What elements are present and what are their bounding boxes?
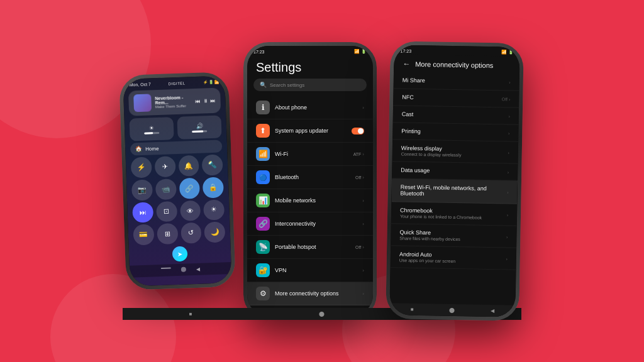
phone2-time: 17:23 xyxy=(253,50,265,54)
phone2-nav-home[interactable]: ⬤ xyxy=(319,311,325,316)
reset-label: Reset Wi-Fi, mobile networks, and Blueto… xyxy=(401,184,508,198)
about-label: About phone xyxy=(275,104,362,111)
settings-item-more-conn[interactable]: ⚙ More connectivity options › xyxy=(247,282,373,305)
video-toggle[interactable]: 📹 xyxy=(155,178,177,200)
search-placeholder: Search settings xyxy=(270,82,304,88)
conn-item-nfc[interactable]: NFC Off › xyxy=(393,89,519,107)
location-fab[interactable]: ➤ xyxy=(172,246,188,262)
rotate-toggle[interactable]: ↺ xyxy=(180,222,202,244)
settings-item-wifi[interactable]: 📶 Wi-Fi ATF › xyxy=(247,143,373,166)
hotspot-icon: 📡 xyxy=(256,240,270,254)
nav-back[interactable]: ◀ xyxy=(196,266,200,272)
cast-text: Cast xyxy=(402,111,509,119)
nav-dot[interactable] xyxy=(181,267,186,272)
vpn-right: › xyxy=(362,268,364,273)
connectivity-list: Mi Share › NFC Off › Cast xyxy=(391,72,519,270)
updater-toggle[interactable] xyxy=(352,128,364,134)
hotspot-label: Portable hotspot xyxy=(275,244,355,250)
settings-item-bt[interactable]: 🔵 Bluetooth Off › xyxy=(247,166,373,189)
reset-text: Reset Wi-Fi, mobile networks, and Blueto… xyxy=(401,184,508,198)
nfc-text: NFC xyxy=(402,94,502,102)
wifi-right: ATF › xyxy=(353,151,364,157)
back-button[interactable]: ← xyxy=(402,60,410,69)
vpn-label: VPN xyxy=(275,267,362,273)
lock-toggle[interactable]: 🔒 xyxy=(203,177,224,198)
settings-item-inter[interactable]: 🔗 Interconnectivity › xyxy=(247,212,373,236)
next-button[interactable]: ⏭ xyxy=(210,97,215,103)
layout-toggle[interactable]: ⊞ xyxy=(157,223,178,244)
nav-home[interactable] xyxy=(161,267,171,269)
settings-item-vpn[interactable]: 🔐 VPN › xyxy=(247,259,373,282)
phone2-status-bar: 17:23 📶 🔋 xyxy=(247,46,373,55)
phone2-signal-icon: 📶 xyxy=(354,49,360,54)
updater-right[interactable] xyxy=(352,128,364,134)
volume-slider[interactable]: 🔊 xyxy=(177,116,221,140)
settings-item-mobile[interactable]: 📊 Mobile networks › xyxy=(247,189,373,212)
volume-bar xyxy=(192,130,207,133)
inter-label: Interconnectivity xyxy=(275,221,362,227)
phone1-date: Mon, Oct 7 xyxy=(129,82,150,87)
camera-toggle[interactable]: 📷 xyxy=(131,179,153,200)
conn-item-data[interactable]: Data usage › xyxy=(392,162,518,180)
flashlight-toggle[interactable]: 🔦 xyxy=(202,154,223,175)
cast-right: › xyxy=(508,114,509,118)
conn-item-auto[interactable]: Android Auto Use apps on your car screen… xyxy=(391,246,517,270)
home-button-row[interactable]: 🏠 Home xyxy=(130,140,223,155)
phones-container: Mon, Oct 7 DIGITEL ⚡ 🔋 📶 Neverbloom - Re… xyxy=(123,42,521,320)
home-icon: 🏠 xyxy=(135,146,142,152)
wifi-text: Wi-Fi xyxy=(275,151,353,157)
media-controls[interactable]: ⏮ ⏸ ⏭ xyxy=(195,97,215,104)
vpn-text: VPN xyxy=(275,267,362,273)
phone3-inner: 17:23 📶 🔋 ← More connectivity options xyxy=(389,45,519,317)
conn-item-wireless[interactable]: Wireless display Connect to a display wi… xyxy=(392,140,519,163)
settings-item-updater[interactable]: ⬆ System apps updater xyxy=(247,119,373,143)
bt-text: Bluetooth xyxy=(275,174,355,180)
sliders-row: ☀ 🔊 xyxy=(129,116,221,141)
bluetooth-toggle[interactable]: ⚡ xyxy=(131,156,152,178)
moon-toggle[interactable]: 🌙 xyxy=(204,222,226,243)
conn-item-cast[interactable]: Cast › xyxy=(393,106,519,124)
mobile-icon: 📊 xyxy=(256,194,270,207)
toggles-grid-2: 📷 📹 🔗 🔒 xyxy=(131,177,224,200)
conn-item-chromebook[interactable]: Chromebook Your phone is not linked to a… xyxy=(391,202,518,226)
prev-button[interactable]: ⏮ xyxy=(195,98,200,104)
signal-icon: 📶 xyxy=(214,80,218,84)
conn-item-quickshare[interactable]: Quick Share Share files with nearby devi… xyxy=(391,224,517,248)
brightness-icon: ☀ xyxy=(149,124,154,131)
phone3-nav-back[interactable]: ■ xyxy=(411,307,414,312)
conn-item-printing[interactable]: Printing › xyxy=(392,123,518,141)
settings-item-hotspot[interactable]: 📡 Portable hotspot Off › xyxy=(247,236,373,259)
search-bar[interactable]: 🔍 Search settings xyxy=(253,79,367,91)
chromebook-text: Chromebook Your phone is not linked to a… xyxy=(400,207,507,220)
auto-right: › xyxy=(506,256,507,261)
phone3-outer: 17:23 📶 🔋 ← More connectivity options xyxy=(386,41,524,321)
conn-item-mishare[interactable]: Mi Share › xyxy=(394,72,519,90)
mobile-right: › xyxy=(362,198,364,204)
wallet-toggle[interactable]: 💳 xyxy=(133,224,154,246)
phone1-status-icons: ⚡ 🔋 📶 xyxy=(203,80,218,85)
about-right: › xyxy=(362,105,364,111)
phone2: 17:23 📶 🔋 Settings 🔍 Search settings xyxy=(247,46,373,316)
play-pause-button[interactable]: ⏸ xyxy=(203,98,208,104)
media-toggle[interactable]: ⏭ xyxy=(132,202,153,223)
phone3-nav-recent[interactable]: ◀ xyxy=(491,308,494,314)
settings-item-about[interactable]: ℹ About phone › xyxy=(247,96,373,119)
eye-toggle[interactable]: 👁 xyxy=(180,200,201,221)
wireless-right: › xyxy=(508,150,509,155)
airplane-toggle[interactable]: ✈ xyxy=(154,156,175,177)
notifications-toggle[interactable]: 🔔 xyxy=(178,155,199,177)
nfc-toggle[interactable]: ⊡ xyxy=(156,201,177,222)
data-label: Data usage xyxy=(401,167,508,175)
phone3-nav-home[interactable]: ⬤ xyxy=(449,307,455,313)
toggles-grid-1: ⚡ ✈ 🔔 🔦 xyxy=(131,154,223,178)
wireless-text: Wireless display Connect to a display wi… xyxy=(401,145,508,158)
brightness-slider[interactable]: ☀ xyxy=(129,117,174,141)
back-header: ← More connectivity options xyxy=(394,54,519,74)
sun-toggle[interactable]: ☀ xyxy=(203,199,225,221)
media-info: Neverbloom - Rem... Make Them Suffer xyxy=(155,95,192,109)
conn-item-reset[interactable]: Reset Wi-Fi, mobile networks, and Blueto… xyxy=(391,178,518,204)
link-toggle[interactable]: 🔗 xyxy=(179,178,200,199)
phone1-inner: Mon, Oct 7 DIGITEL ⚡ 🔋 📶 Neverbloom - Re… xyxy=(123,75,231,286)
phone3-time: 17:23 xyxy=(401,48,412,53)
wifi-label: Wi-Fi xyxy=(275,151,353,157)
